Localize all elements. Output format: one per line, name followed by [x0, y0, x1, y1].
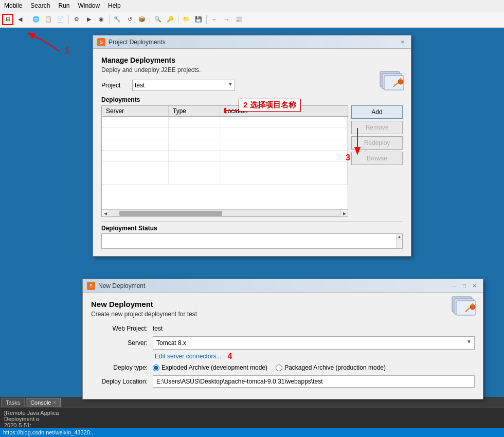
radio-packaged[interactable]: Packaged Archive (production mode) — [276, 364, 386, 371]
taskbar-tab-console[interactable]: Console × — [26, 398, 61, 407]
deploy-location-input[interactable] — [153, 375, 475, 388]
table-header: Server Type Location — [102, 106, 348, 117]
tab-console-close[interactable]: × — [53, 400, 56, 405]
toolbar-btn-9[interactable]: ↺ — [124, 14, 135, 25]
toolbar-btn-10[interactable]: 📦 — [136, 14, 148, 25]
annotation-step4-inline: 4 — [227, 352, 232, 361]
menu-run[interactable]: Run — [54, 1, 74, 10]
scroll-left-btn[interactable]: ◀ — [102, 210, 109, 217]
scroll-thumb[interactable] — [119, 211, 222, 216]
remove-button[interactable]: Remove — [351, 121, 403, 134]
table-row — [102, 151, 348, 162]
menu-help[interactable]: Help — [104, 1, 125, 10]
scroll-right-btn[interactable]: ▶ — [340, 210, 348, 217]
table-row — [102, 162, 348, 173]
radio-packaged-input[interactable] — [276, 365, 282, 371]
menu-bar: Mobile Search Run Window Help — [0, 0, 504, 11]
toolbar-btn-7[interactable]: ◉ — [96, 14, 107, 25]
redeploy-button[interactable]: Redeploy — [351, 136, 403, 150]
new-deployment-titlebar: S New Deployment ─ □ ✕ — [83, 279, 483, 293]
server-select[interactable]: Tomcat 8.x — [153, 336, 475, 350]
menu-window[interactable]: Window — [74, 1, 104, 10]
toolbar-btn-6[interactable]: ▶ — [83, 14, 95, 25]
deployments-container: Server Type Location — [101, 105, 403, 217]
toolbar-sep-2 — [68, 15, 69, 24]
taskbar-content: [Remote Java Applica Deployment o 2020-5… — [0, 408, 504, 428]
toolbar-sep-5 — [178, 15, 178, 24]
radio-exploded-label: Exploded Archive (development mode) — [161, 364, 267, 371]
toolbar-btn-17[interactable]: 📰 — [233, 14, 245, 25]
status-label: Deployment Status — [101, 225, 403, 232]
deployments-section-label: Deployments — [101, 96, 403, 103]
deployments-header-sub: Deploy and undeploy J2EE projects. — [101, 66, 403, 74]
status-section: Deployment Status ▲ — [101, 221, 403, 249]
toolbar-btn-16[interactable]: → — [221, 14, 232, 25]
deployments-titlebar: S Project Deployments ✕ — [93, 35, 411, 49]
toolbar-sep-1 — [28, 15, 28, 24]
toolbar-btn-12[interactable]: 🔑 — [165, 14, 176, 25]
annotation-1-arrow — [24, 28, 65, 54]
toolbar-sep-4 — [150, 15, 150, 24]
new-deployment-content: New Deployment Create new project deploy… — [83, 293, 483, 399]
project-field-row: Project test — [101, 80, 403, 91]
web-project-row: Web Project: test — [91, 325, 475, 332]
project-label: Project — [101, 82, 132, 89]
new-deploy-header-icon — [450, 293, 477, 319]
table-row — [102, 128, 348, 139]
taskbar-text-2: Deployment o — [4, 416, 39, 422]
table-row — [102, 173, 348, 185]
table-row — [102, 139, 348, 151]
taskbar: Tasks Console × [Remote Java Applica Dep… — [0, 397, 504, 428]
new-deploy-minimize-btn[interactable]: ─ — [450, 282, 458, 290]
server-row: Server: Tomcat 8.x — [91, 336, 475, 350]
taskbar-text-3: 2020-5-51: — [4, 422, 31, 428]
deploy-location-row: Deploy Location: — [91, 375, 475, 388]
toolbar-btn-4[interactable]: 📄 — [55, 14, 66, 25]
td-location — [220, 117, 348, 128]
col-location: Location — [220, 106, 348, 116]
toolbar-btn-8[interactable]: 🔧 — [112, 14, 123, 25]
toolbar-btn-3[interactable]: 📋 — [43, 14, 54, 25]
table-body — [102, 117, 348, 209]
deploy-type-row: Deploy type: Exploded Archive (developme… — [91, 364, 475, 371]
toolbar-btn-15[interactable]: ← — [209, 14, 220, 25]
h-scrollbar: ◀ ▶ — [102, 209, 348, 216]
deploy-type-label: Deploy type: — [91, 364, 153, 371]
toolbar-btn-13[interactable]: 📁 — [181, 14, 192, 25]
menu-mobile[interactable]: Mobile — [0, 1, 26, 10]
toolbar-btn-1[interactable]: ◀ — [14, 14, 26, 25]
v-scrollbar: ▲ — [396, 234, 402, 248]
scroll-up-btn[interactable]: ▲ — [397, 234, 402, 240]
deployments-close-btn[interactable]: ✕ — [399, 38, 407, 46]
toolbar-btn-14[interactable]: 💾 — [193, 14, 204, 25]
new-deployment-header-title: New Deployment — [91, 300, 475, 308]
layout-icon[interactable]: ⊞ — [2, 14, 13, 25]
toolbar-btn-5[interactable]: ⚙ — [71, 14, 82, 25]
server-label: Server: — [91, 339, 153, 347]
new-deployment-title: New Deployment — [98, 282, 450, 289]
server-select-wrapper: Tomcat 8.x — [153, 336, 475, 350]
td-type — [169, 117, 220, 128]
annotation-step1-label: 1 — [65, 46, 69, 56]
project-select[interactable]: test — [132, 80, 235, 91]
taskbar-text-1: [Remote Java Applica — [4, 410, 59, 416]
action-buttons: Add Remove Redeploy Browse — [351, 105, 403, 217]
add-button[interactable]: Add — [351, 105, 403, 119]
project-select-wrapper: test — [132, 80, 235, 91]
deployments-title: Project Deployments — [109, 39, 399, 46]
toolbar-btn-2[interactable]: 🌐 — [30, 14, 42, 25]
taskbar-tab-tasks[interactable]: Tasks — [1, 398, 25, 407]
deploy-type-radio-group: Exploded Archive (development mode) Pack… — [153, 364, 386, 371]
new-deploy-maximize-btn[interactable]: □ — [460, 282, 469, 290]
radio-exploded-input[interactable] — [153, 365, 159, 371]
toolbar-btn-11[interactable]: 🔍 — [152, 14, 164, 25]
deployments-header-icon — [378, 67, 405, 94]
new-deploy-close-btn[interactable]: ✕ — [471, 282, 479, 290]
radio-packaged-label: Packaged Archive (production mode) — [284, 364, 386, 371]
new-deploy-win-controls: ─ □ ✕ — [450, 282, 479, 290]
statusbar-url: https://blog.csdn.net/weixin_43320... — [3, 429, 95, 435]
browse-button[interactable]: Browse — [351, 152, 403, 165]
radio-exploded[interactable]: Exploded Archive (development mode) — [153, 364, 267, 371]
edit-server-link[interactable]: Edit server connectors... — [155, 353, 221, 360]
menu-search[interactable]: Search — [26, 1, 54, 10]
